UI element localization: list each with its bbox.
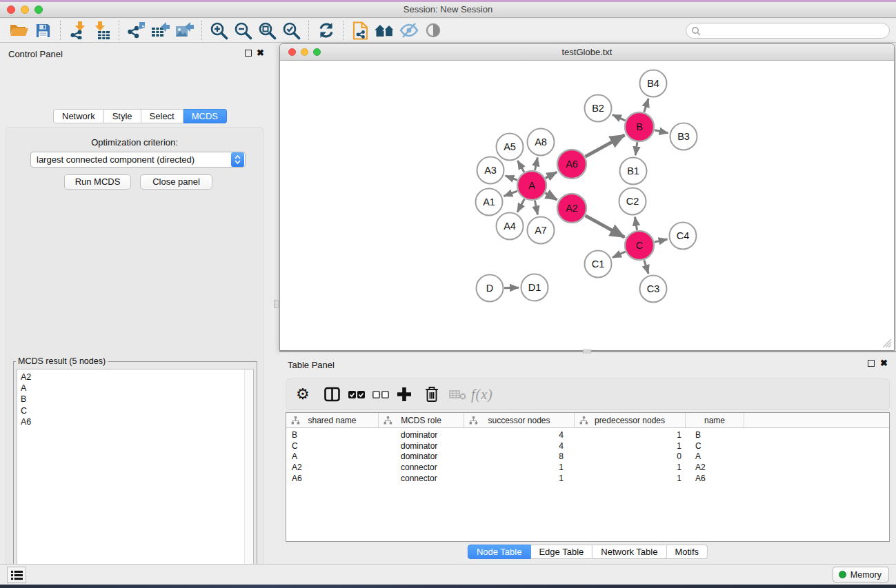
graph-edge[interactable] [655, 239, 668, 242]
graph-edge[interactable] [517, 161, 524, 172]
graph-edge[interactable] [506, 176, 517, 180]
save-session-icon[interactable] [31, 20, 55, 41]
zoom-selected-icon[interactable] [279, 20, 303, 41]
mcds-result-item[interactable]: C [17, 405, 253, 416]
column-header-mcds-role[interactable]: MCDS role [379, 413, 464, 427]
export-network-icon[interactable] [124, 20, 148, 41]
graph-node-B4[interactable]: B4 [640, 70, 667, 97]
open-session-icon[interactable] [7, 20, 31, 41]
task-history-button[interactable] [7, 567, 26, 583]
graph-node-C[interactable]: C [625, 231, 654, 260]
add-column-icon[interactable] [397, 387, 412, 402]
table-settings-icon[interactable]: ⚙ [296, 387, 310, 402]
graph-edge[interactable] [535, 158, 538, 170]
graph-edge[interactable] [586, 216, 625, 237]
close-panel-button[interactable]: Close panel [140, 174, 212, 190]
table-row[interactable]: Bdominator41B [286, 429, 889, 440]
graph-node-C3[interactable]: C3 [640, 276, 667, 303]
show-hide-graphics-icon[interactable] [397, 20, 421, 41]
refresh-icon[interactable] [314, 20, 338, 41]
table-row[interactable]: A6connector11A6 [286, 473, 889, 484]
graph-edge[interactable] [586, 135, 625, 156]
tab-select[interactable]: Select [141, 109, 183, 123]
graph-edge[interactable] [635, 142, 637, 155]
clone-network-icon[interactable] [348, 20, 372, 41]
toggle-graphics-details-icon[interactable] [421, 20, 445, 41]
first-neighbors-icon[interactable] [372, 20, 397, 41]
graph-edge[interactable] [613, 114, 626, 120]
graph-edge[interactable] [635, 217, 637, 230]
graph-node-D1[interactable]: D1 [521, 274, 548, 301]
tab-network[interactable]: Network [53, 109, 104, 123]
graph-node-B2[interactable]: B2 [585, 95, 612, 122]
column-header-name[interactable]: name [686, 413, 744, 427]
float-panel-icon[interactable] [245, 50, 252, 57]
graph-node-A7[interactable]: A7 [528, 217, 555, 244]
resize-grip-icon[interactable] [882, 338, 892, 348]
float-panel-icon[interactable] [868, 360, 875, 367]
mcds-result-item[interactable]: A6 [17, 416, 253, 427]
export-image-icon[interactable] [172, 20, 197, 41]
graph-node-A1[interactable]: A1 [476, 189, 503, 216]
zoom-fit-icon[interactable] [255, 20, 279, 41]
network-graph[interactable]: B4B2BB3A8A5A6A3B1AC2A1A2A4A7C4CC1D1DC3 [281, 61, 893, 349]
graph-node-B[interactable]: B [625, 112, 654, 141]
graph-node-C2[interactable]: C2 [619, 188, 646, 215]
graph-edge[interactable] [644, 99, 648, 112]
table-row[interactable]: A2connector11A2 [286, 462, 889, 473]
column-header-shared-name[interactable]: shared name [286, 413, 379, 427]
run-mcds-button[interactable]: Run MCDS [64, 174, 131, 190]
select-all-columns-icon[interactable] [348, 388, 366, 401]
resize-columns-icon[interactable] [323, 386, 341, 403]
graph-node-A8[interactable]: A8 [528, 129, 555, 156]
tab-network-table[interactable]: Network Table [593, 545, 666, 559]
deselect-all-columns-icon[interactable] [372, 388, 390, 401]
graph-node-A5[interactable]: A5 [497, 134, 524, 161]
result-list-scrollbar[interactable] [244, 369, 253, 585]
column-header-successor-nodes[interactable]: successor nodes [464, 413, 575, 427]
mcds-result-item[interactable]: A2 [17, 372, 253, 383]
mcds-result-item[interactable]: B [17, 394, 253, 405]
graph-node-A4[interactable]: A4 [497, 213, 524, 240]
graph-edge[interactable] [613, 252, 626, 257]
mcds-result-item[interactable]: A [17, 383, 253, 394]
graph-node-A6[interactable]: A6 [557, 150, 586, 179]
close-panel-icon[interactable]: ✖ [257, 50, 264, 57]
import-network-icon[interactable] [66, 20, 90, 41]
tab-edge-table[interactable]: Edge Table [530, 545, 593, 559]
tab-mcds[interactable]: MCDS [183, 109, 227, 123]
graph-edge[interactable] [644, 260, 648, 274]
graph-edge[interactable] [546, 172, 557, 179]
memory-button[interactable]: Memory [833, 567, 889, 582]
close-panel-icon[interactable]: ✖ [880, 360, 888, 367]
zoom-out-icon[interactable] [231, 20, 255, 41]
column-header-predecessor-nodes[interactable]: predecessor nodes [575, 413, 686, 427]
graph-edge[interactable] [517, 199, 524, 212]
graph-node-C1[interactable]: C1 [585, 251, 612, 278]
graph-node-B3[interactable]: B3 [670, 123, 697, 150]
graph-node-A3[interactable]: A3 [477, 157, 504, 184]
table-row[interactable]: Adominator80A [286, 451, 889, 462]
search-box[interactable] [686, 23, 890, 39]
import-table-icon[interactable] [90, 20, 114, 41]
tab-motifs[interactable]: Motifs [666, 545, 708, 559]
tab-style[interactable]: Style [104, 109, 141, 123]
delete-columns-icon[interactable] [424, 386, 439, 403]
graph-node-D[interactable]: D [477, 275, 504, 302]
search-input[interactable] [701, 25, 889, 37]
graph-node-A[interactable]: A [517, 171, 546, 200]
mcds-result-list[interactable]: A2ABCA6 [17, 369, 254, 586]
graph-node-A2[interactable]: A2 [557, 194, 586, 223]
network-canvas[interactable]: B4B2BB3A8A5A6A3B1AC2A1A2A4A7C4CC1D1DC3 [281, 61, 893, 349]
tab-node-table[interactable]: Node Table [468, 545, 531, 559]
graph-edge[interactable] [535, 201, 537, 214]
zoom-in-icon[interactable] [207, 20, 231, 41]
graph-edge[interactable] [655, 130, 668, 133]
network-window-titlebar[interactable]: testGlobe.txt [280, 44, 894, 61]
optimization-select[interactable]: largest connected component (directed) [30, 152, 246, 168]
export-table-icon[interactable] [148, 20, 172, 41]
graph-edge[interactable] [546, 193, 557, 200]
graph-node-B1[interactable]: B1 [620, 158, 647, 185]
splitter-handle[interactable] [274, 300, 279, 308]
table-row[interactable]: Cdominator41C [286, 440, 889, 452]
